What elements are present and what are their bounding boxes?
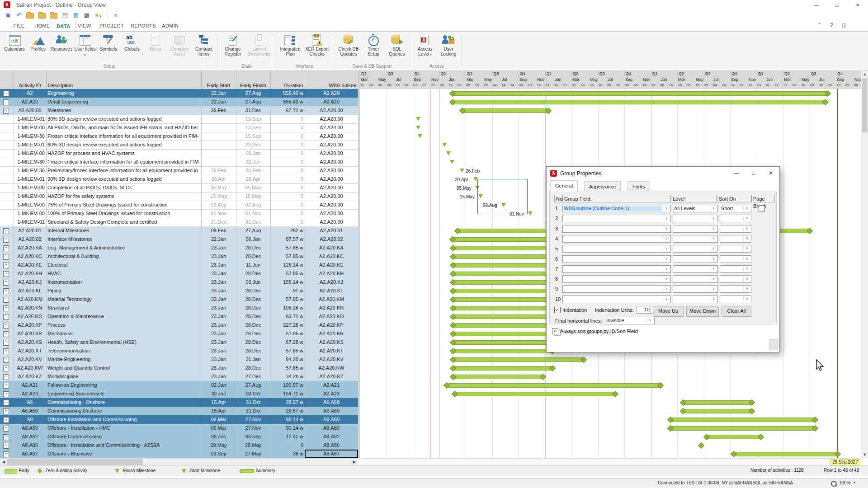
dialog-resize-grip[interactable] (769, 339, 778, 350)
customize-toolbar-icon[interactable]: ⚙ (111, 11, 120, 19)
cell-dur[interactable]: 0 (272, 192, 303, 201)
cell-desc[interactable]: Mechanical (47, 329, 200, 338)
cell-id[interactable]: A2.A20.KP (15, 321, 45, 329)
cell-id[interactable]: A8.A82 (15, 432, 45, 441)
column-header-id[interactable]: Activity ID (15, 83, 44, 88)
zoom-icon[interactable] (831, 481, 837, 487)
cell-es[interactable]: 15.Apr (203, 398, 235, 407)
cell-es[interactable] (203, 141, 235, 149)
expand-collapse-icon[interactable]: - (3, 91, 9, 97)
cell-dur[interactable]: 0 (272, 218, 303, 226)
group-field-combo[interactable]: ∨ (562, 225, 671, 233)
cell-desc[interactable]: Multidiscipline (47, 372, 200, 381)
expand-expand-icon[interactable]: + (3, 391, 9, 397)
cell-dur[interactable]: 0 (272, 149, 303, 158)
cell-desc[interactable]: Interface Milestones (47, 235, 200, 244)
summary-bar[interactable] (452, 100, 826, 104)
cell-es[interactable]: 22.Jan (203, 98, 235, 106)
cell-dur[interactable]: 155.14 w (272, 278, 303, 286)
cell-id[interactable]: A2 (15, 89, 45, 98)
cell-ef[interactable]: 27.Dec (237, 372, 269, 381)
cell-wbs[interactable]: A2.A20.KW (306, 364, 357, 372)
cell-dur[interactable]: 0 (272, 158, 303, 166)
window-layout-icon[interactable]: ◲ (842, 22, 846, 28)
cell-es[interactable]: 23.Jan (203, 355, 235, 364)
combo-dropdown-icon[interactable]: ∨ (663, 286, 670, 292)
summary-bar[interactable] (454, 392, 616, 396)
cell-dur[interactable]: 67.28 w (272, 338, 303, 347)
cell-id[interactable]: A6.A60 (15, 407, 45, 415)
cell-ef[interactable]: 11.Jun (237, 261, 269, 269)
expand-expand-icon[interactable]: + (3, 451, 9, 457)
cell-dur[interactable]: 63.71 w (272, 312, 303, 321)
milestone-icon[interactable] (416, 126, 420, 130)
tab-admin[interactable]: ADMIN (156, 21, 184, 31)
table-row[interactable]: +A2.A20.02Interface Milestones22.Jan06.J… (0, 235, 358, 244)
cell-es[interactable]: 23.Jan (203, 329, 235, 338)
dialog-title-bar[interactable]: ƛ Group Properties — □ ✕ (547, 167, 779, 180)
cell-ef[interactable]: 06.Jan (237, 235, 269, 244)
dialog-tab-appearance[interactable]: Appearance (584, 181, 621, 192)
ribbon-button-check-db-updates[interactable]: ✓Check DB Updates (335, 33, 362, 62)
cell-wbs[interactable]: A2.A20 (306, 89, 357, 98)
column-divider[interactable] (236, 71, 236, 89)
group-field-combo[interactable]: ∨ (562, 285, 671, 293)
combo-dropdown-icon[interactable]: ∨ (743, 256, 750, 262)
cell-dur[interactable]: 0 (272, 201, 303, 209)
summary-bar[interactable] (706, 435, 761, 439)
table-row[interactable]: 1-MILEM-30Frozen critical inteface infor… (0, 132, 358, 141)
table-row[interactable]: +A2.A20.01Internal Milestones08.Feb27.Au… (0, 226, 358, 235)
cell-ef[interactable]: 08.Jan (237, 149, 269, 158)
cell-desc[interactable]: Frozen critical interface information fo… (47, 158, 200, 166)
combo-dropdown-icon[interactable]: ∨ (743, 236, 750, 242)
cell-id[interactable]: A2.A20.KH (15, 269, 45, 278)
combo-dropdown-icon[interactable]: ∨ (743, 266, 750, 272)
scroll-down-icon[interactable]: ▼ (861, 451, 868, 458)
cell-dur[interactable]: 91 w (272, 286, 303, 295)
cell-wbs[interactable]: A8.A80 (306, 424, 357, 432)
dialog-tab-general[interactable]: General (550, 180, 578, 192)
cell-es[interactable]: 15.Apr (203, 407, 235, 415)
cell-wbs[interactable]: A2.A20.00 (306, 141, 357, 149)
table-row[interactable]: +A2.A20.KOOperation & Maintenance23.Jan2… (0, 312, 358, 321)
expand-expand-icon[interactable]: + (3, 271, 9, 277)
group-field-combo[interactable]: ∨ (562, 255, 671, 263)
cell-id[interactable]: A2.A20.KS (15, 338, 45, 347)
table-row[interactable]: +A2.A20.KTTelecommunication23.Jan28.Dec5… (0, 347, 358, 356)
cell-desc[interactable]: Completion of all P&IDs, D&IDs, SLDs (47, 183, 200, 192)
cell-id[interactable]: A2.A20.KC (15, 252, 45, 261)
table-row[interactable]: 1-MILEM-00Completion of all P&IDs, D&IDs… (0, 183, 358, 192)
expand-expand-icon[interactable]: + (3, 374, 9, 380)
cell-es[interactable]: 06.Mar (203, 424, 235, 432)
group-field-combo[interactable]: ∨ (562, 245, 671, 253)
ribbon-button-globals[interactable]: abac↳Globals (120, 33, 144, 62)
cell-id[interactable]: 1-MILEM-30 (15, 166, 45, 175)
cell-ef[interactable]: 28.Dec (237, 329, 269, 338)
cell-es[interactable]: 23.Jan (203, 364, 235, 372)
cell-id[interactable]: A2.A20.KO (15, 312, 45, 321)
close-button[interactable]: ✕ (847, 0, 868, 10)
table-row[interactable]: 1-MILEM-0130% 3D design review executed … (0, 115, 358, 124)
cell-desc[interactable]: Operation & Maintenance (47, 312, 200, 321)
move-up-button[interactable]: Move Up (653, 306, 684, 317)
milestone-icon[interactable] (416, 117, 420, 121)
cell-es[interactable]: 23.Jan (203, 295, 235, 304)
cell-wbs[interactable]: A2.A20.KA (306, 244, 357, 252)
combo-dropdown-icon[interactable]: ∨ (743, 276, 750, 282)
cell-ef[interactable]: 28.Dec (237, 321, 269, 329)
open-folder-icon[interactable] (38, 13, 46, 19)
indentation-checkbox[interactable]: ✓ (554, 307, 561, 313)
cell-dur[interactable]: 90.14 w (272, 424, 303, 432)
cell-dur[interactable]: 28.57 w (272, 398, 303, 407)
cell-ef[interactable]: 13.Sep (237, 115, 269, 123)
table-row[interactable]: +A8.A80Offshore - Installation - HMC06.M… (0, 424, 358, 433)
summary-bar[interactable] (453, 297, 553, 302)
table-row[interactable]: -A2.A20.00Milestones26.Feb31.Dec67.71 wA… (0, 106, 358, 115)
cell-desc[interactable]: Instrumentation (47, 278, 200, 286)
cell-desc[interactable]: Milestones (47, 106, 200, 115)
cell-wbs[interactable]: A2.A20.00 (306, 132, 357, 141)
level-combo[interactable]: All Levels∨ (673, 205, 718, 212)
combo-dropdown-icon[interactable]: ∨ (663, 206, 670, 211)
cell-es[interactable] (203, 158, 235, 166)
cell-id[interactable]: A2.A20.KW (15, 364, 45, 372)
